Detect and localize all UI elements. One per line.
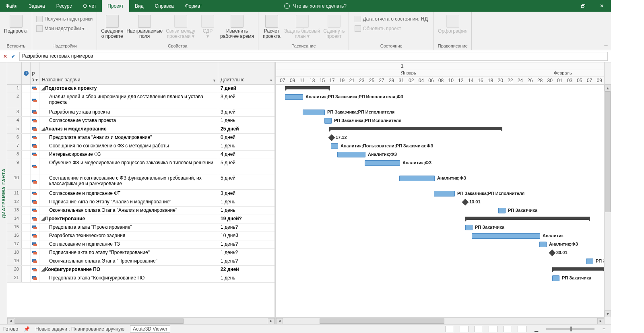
table-row[interactable]: 12Подписание Акта по Этапу "Анализ и мод… bbox=[7, 198, 275, 207]
name-cell[interactable]: Согласование и подписание ТЗ bbox=[39, 240, 218, 248]
table-row[interactable]: 3Разработка устава проекта3 дней bbox=[7, 108, 275, 117]
table-row[interactable]: 7Совещания по ознакомлению ФЗ с методами… bbox=[7, 142, 275, 151]
duration-cell[interactable]: 1 день? bbox=[218, 249, 275, 257]
view-btn-1[interactable] bbox=[445, 326, 454, 332]
name-cell[interactable]: ◢Конфигурирование ПО bbox=[39, 266, 218, 274]
name-cell[interactable]: Предоплата этапа "Конфигурирование ПО" bbox=[39, 274, 218, 282]
name-cell[interactable]: Согласование устава проекта bbox=[39, 117, 218, 125]
name-cell[interactable]: Совещания по ознакомлению ФЗ с методами … bbox=[39, 142, 218, 150]
collapse-ribbon-icon[interactable]: ︿ bbox=[604, 41, 609, 48]
table-row[interactable]: 5◢Анализ и моделирование25 дней bbox=[7, 125, 275, 134]
view-btn-2[interactable] bbox=[460, 326, 469, 332]
ribbon-line[interactable]: Дата отчета о состоянии: НД bbox=[353, 15, 429, 23]
name-cell[interactable]: Разработка технического задания bbox=[39, 232, 218, 240]
gantt-bar[interactable] bbox=[285, 94, 303, 100]
name-cell[interactable]: Анализ целей и сбор информации для соста… bbox=[39, 93, 218, 108]
menu-tab-Вид[interactable]: Вид bbox=[129, 0, 149, 12]
duration-cell[interactable]: 5 дней bbox=[218, 159, 275, 174]
cancel-icon[interactable]: ✕ bbox=[3, 54, 7, 59]
menu-tab-Файл[interactable]: Файл bbox=[0, 0, 23, 12]
duration-cell[interactable]: 3 дней bbox=[218, 190, 275, 198]
acute3d-tag[interactable]: Acute3D Viewer bbox=[130, 325, 170, 333]
gantt-bar[interactable] bbox=[462, 199, 469, 206]
tell-me[interactable]: Что вы хотите сделать? bbox=[284, 0, 347, 12]
table-row[interactable]: 16Разработка технического задания10 дней bbox=[7, 232, 275, 240]
table-row[interactable]: 1◢Подготовка к проекту7 дней bbox=[7, 85, 275, 93]
gantt-bar[interactable] bbox=[552, 267, 604, 271]
duration-cell[interactable]: 1 день bbox=[218, 142, 275, 150]
name-cell[interactable]: Согласование и подписание ФТ bbox=[39, 190, 218, 198]
duration-cell[interactable]: 5 дней bbox=[218, 174, 275, 189]
vscroll[interactable]: ▲ ▼ bbox=[604, 62, 611, 324]
duration-cell[interactable]: 1 день bbox=[218, 198, 275, 206]
duration-cell[interactable]: 3 дней bbox=[218, 93, 275, 108]
duration-cell[interactable]: 19 дней? bbox=[218, 215, 275, 223]
name-cell[interactable]: Подписание Акта по Этапу "Анализ и модел… bbox=[39, 198, 218, 206]
gantt-bar[interactable] bbox=[365, 160, 400, 166]
duration-cell[interactable]: 1 день bbox=[218, 207, 275, 215]
gantt-bar[interactable] bbox=[465, 217, 590, 220]
accept-icon[interactable]: ✔ bbox=[11, 54, 15, 59]
collapse-icon[interactable]: ◢ bbox=[41, 267, 45, 272]
mode-column[interactable]: Рз ▾ bbox=[31, 62, 39, 84]
gantt-bar[interactable] bbox=[328, 134, 335, 141]
gantt-bar[interactable] bbox=[303, 110, 325, 115]
duration-cell[interactable]: 1 день bbox=[218, 274, 275, 282]
duration-cell[interactable]: 10 дней bbox=[218, 232, 275, 240]
ribbon-button[interactable]: Подпроект bbox=[2, 12, 29, 35]
table-row[interactable]: 11Согласование и подписание ФТ3 дней bbox=[7, 190, 275, 198]
name-cell[interactable]: Интервьюирование ФЗ bbox=[39, 151, 218, 159]
gantt-bar[interactable] bbox=[329, 127, 502, 130]
table-hscroll[interactable]: ◄► bbox=[7, 317, 275, 324]
name-cell[interactable]: Окончательная оплата Этапа "Проектирован… bbox=[39, 257, 218, 265]
name-cell[interactable]: ◢Проектирование bbox=[39, 215, 218, 223]
ribbon-button[interactable]: Расчетпроекта bbox=[261, 12, 283, 40]
gantt-bar[interactable] bbox=[472, 233, 540, 239]
menu-tab-Отчет[interactable]: Отчет bbox=[77, 0, 102, 12]
view-btn-6[interactable] bbox=[518, 326, 526, 332]
duration-cell[interactable]: 1 день? bbox=[218, 240, 275, 248]
name-column[interactable]: Название задачи▼ bbox=[39, 62, 218, 84]
collapse-icon[interactable]: ◢ bbox=[41, 126, 45, 132]
duration-cell[interactable]: 4 дней bbox=[218, 151, 275, 159]
name-cell[interactable]: Подписание акта по этапу "Проектирование… bbox=[39, 249, 218, 257]
gantt-bar[interactable] bbox=[465, 225, 473, 230]
table-row[interactable]: 19Окончательная оплата Этапа "Проектиров… bbox=[7, 257, 275, 266]
gantt-hscroll[interactable]: ◄► bbox=[276, 317, 604, 324]
view-btn-4[interactable] bbox=[489, 326, 497, 332]
gantt-bar[interactable] bbox=[549, 250, 556, 256]
window-restore[interactable]: 🗗 bbox=[574, 0, 592, 12]
view-btn-3[interactable] bbox=[474, 326, 483, 332]
name-cell[interactable]: Предоплата этапа "Проектирование" bbox=[39, 223, 218, 232]
ribbon-small[interactable]: Мои надстройки ▾ bbox=[35, 25, 94, 33]
zoom-in-icon[interactable]: + bbox=[600, 326, 608, 332]
info-column[interactable]: i bbox=[22, 62, 31, 84]
ribbon-button[interactable]: Настраиваемыеполя bbox=[125, 12, 164, 40]
gantt-bar[interactable] bbox=[434, 191, 455, 196]
timeline-header[interactable]: 1 ЯнварьФевраль 070911131517192123252729… bbox=[276, 62, 604, 85]
zoom-out-icon[interactable]: ▁ bbox=[532, 326, 541, 332]
duration-cell[interactable]: 25 дней bbox=[218, 125, 275, 133]
collapse-icon[interactable]: ◢ bbox=[41, 85, 45, 91]
menu-tab-Задача[interactable]: Задача bbox=[23, 0, 51, 12]
name-cell[interactable]: Составление и согласование с ФЗ функцион… bbox=[39, 174, 218, 189]
ribbon-button[interactable]: Сведенияо проекте bbox=[99, 12, 125, 40]
name-cell[interactable]: Окончательная оплата Этапа "Анализ и мод… bbox=[39, 207, 218, 215]
table-row[interactable]: 21Предоплата этапа "Конфигурирование ПО"… bbox=[7, 274, 275, 283]
table-row[interactable]: 10Составление и согласование с ФЗ функци… bbox=[7, 174, 275, 190]
collapse-icon[interactable]: ◢ bbox=[41, 216, 45, 221]
ribbon-small[interactable]: Получить надстройки bbox=[35, 15, 94, 23]
table-row[interactable]: 14◢Проектирование19 дней? bbox=[7, 215, 275, 223]
gantt-bar[interactable] bbox=[539, 242, 547, 247]
name-cell[interactable]: Разработка устава проекта bbox=[39, 108, 218, 116]
table-row[interactable]: 2Анализ целей и сбор информации для сост… bbox=[7, 93, 275, 108]
name-cell[interactable]: Обучение ФЗ и моделирование процессов за… bbox=[39, 159, 218, 174]
gantt-bar[interactable] bbox=[324, 118, 332, 124]
gantt-bar[interactable] bbox=[399, 176, 435, 181]
gantt-bar[interactable] bbox=[331, 143, 338, 149]
gantt-bar[interactable] bbox=[498, 208, 506, 213]
table-row[interactable]: 20◢Конфигурирование ПО22 дней bbox=[7, 266, 275, 274]
menu-tab-Ресурс[interactable]: Ресурс bbox=[51, 0, 78, 12]
table-row[interactable]: 15Предоплата этапа "Проектирование"1 ден… bbox=[7, 223, 275, 232]
ribbon-button[interactable]: Изменитьрабочее время bbox=[219, 12, 256, 40]
